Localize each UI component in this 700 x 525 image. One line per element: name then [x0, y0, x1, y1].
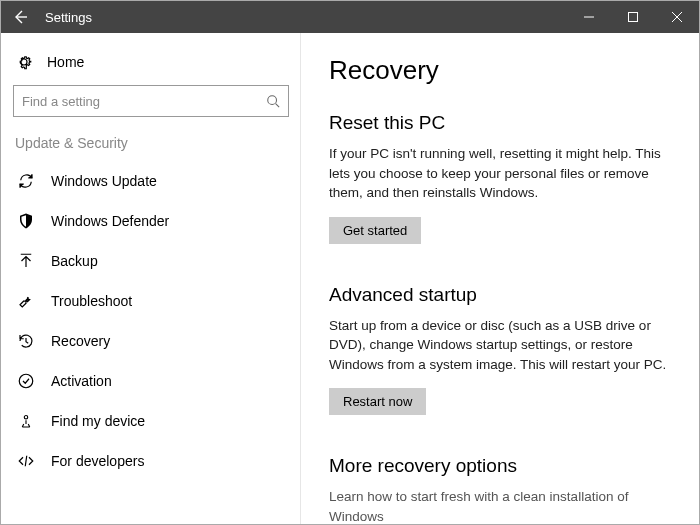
sidebar: Home Update & Security Windows Update Wi… — [1, 33, 301, 524]
sidebar-item-troubleshoot[interactable]: Troubleshoot — [9, 281, 293, 321]
sidebar-item-label: Activation — [51, 373, 112, 389]
reset-section: Reset this PC If your PC isn't running w… — [329, 112, 675, 244]
gear-icon — [15, 53, 33, 71]
minimize-button[interactable] — [567, 1, 611, 33]
sidebar-item-label: For developers — [51, 453, 144, 469]
sidebar-item-for-developers[interactable]: For developers — [9, 441, 293, 481]
sidebar-item-activation[interactable]: Activation — [9, 361, 293, 401]
svg-point-2 — [268, 96, 277, 105]
window-title: Settings — [41, 10, 92, 25]
advanced-heading: Advanced startup — [329, 284, 675, 306]
sidebar-item-label: Find my device — [51, 413, 145, 429]
content-pane: Recovery Reset this PC If your PC isn't … — [300, 33, 699, 524]
sidebar-item-label: Recovery — [51, 333, 110, 349]
sidebar-item-windows-defender[interactable]: Windows Defender — [9, 201, 293, 241]
sidebar-item-label: Troubleshoot — [51, 293, 132, 309]
back-button[interactable] — [1, 1, 41, 33]
sidebar-item-windows-update[interactable]: Windows Update — [9, 161, 293, 201]
home-link[interactable]: Home — [9, 47, 293, 85]
reset-heading: Reset this PC — [329, 112, 675, 134]
more-section: More recovery options Learn how to start… — [329, 455, 675, 524]
search-box[interactable] — [13, 85, 289, 117]
sidebar-item-label: Backup — [51, 253, 98, 269]
location-icon — [17, 412, 35, 430]
code-icon — [17, 452, 35, 470]
titlebar: Settings — [1, 1, 699, 33]
svg-point-4 — [19, 374, 33, 388]
wrench-icon — [17, 292, 35, 310]
search-input[interactable] — [22, 94, 266, 109]
svg-rect-1 — [629, 13, 638, 22]
home-label: Home — [47, 54, 84, 70]
more-hint[interactable]: Learn how to start fresh with a clean in… — [329, 487, 675, 524]
history-icon — [17, 332, 35, 350]
shield-icon — [17, 212, 35, 230]
backup-icon — [17, 252, 35, 270]
page-title: Recovery — [329, 55, 675, 86]
svg-point-5 — [24, 416, 27, 419]
advanced-section: Advanced startup Start up from a device … — [329, 284, 675, 416]
nav-list: Windows Update Windows Defender Backup T… — [9, 161, 293, 481]
maximize-button[interactable] — [611, 1, 655, 33]
search-icon — [266, 94, 280, 108]
sync-icon — [17, 172, 35, 190]
sidebar-item-backup[interactable]: Backup — [9, 241, 293, 281]
advanced-body: Start up from a device or disc (such as … — [329, 316, 675, 375]
more-heading: More recovery options — [329, 455, 675, 477]
close-button[interactable] — [655, 1, 699, 33]
section-label: Update & Security — [9, 135, 293, 161]
svg-line-3 — [276, 104, 280, 108]
reset-body: If your PC isn't running well, resetting… — [329, 144, 675, 203]
get-started-button[interactable]: Get started — [329, 217, 421, 244]
sidebar-item-find-my-device[interactable]: Find my device — [9, 401, 293, 441]
sidebar-item-label: Windows Update — [51, 173, 157, 189]
check-circle-icon — [17, 372, 35, 390]
sidebar-item-label: Windows Defender — [51, 213, 169, 229]
sidebar-item-recovery[interactable]: Recovery — [9, 321, 293, 361]
restart-now-button[interactable]: Restart now — [329, 388, 426, 415]
